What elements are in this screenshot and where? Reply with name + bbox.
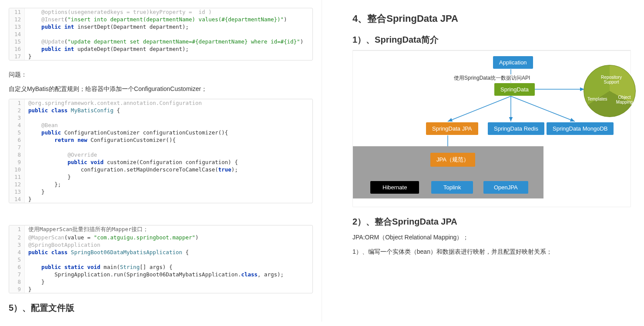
springdata-diagram: 使用SpringData统一数据访问API Application Spring… bbox=[353, 53, 631, 201]
right-column: 4、整合SpringData JPA 1）、SpringData简介 使用Spr… bbox=[322, 0, 644, 322]
node-springdata: SpringData bbox=[494, 83, 535, 96]
code-block-1: 11 @options(usegeneratedkeys = true)keyP… bbox=[9, 8, 313, 60]
svg-line-1 bbox=[448, 96, 511, 121]
node-application: Application bbox=[493, 56, 533, 69]
node-springdata-mongo: SpringData MongoDB bbox=[547, 122, 614, 135]
code-block-2: 1@org.springframework.context.annotation… bbox=[9, 99, 313, 203]
pie-label-mapping: Object Mapping bbox=[615, 95, 634, 104]
diagram-label-api: 使用SpringData统一数据访问API bbox=[453, 74, 531, 82]
node-springdata-redis: SpringData Redis bbox=[488, 122, 544, 135]
node-springdata-jpa: SpringData JPA bbox=[426, 122, 478, 135]
code-block-3: 1使用MapperScan批量扫描所有的Mapper接口；2@MapperSca… bbox=[9, 225, 313, 293]
heading-springdata-intro: 1）、SpringData简介 bbox=[352, 34, 631, 46]
paragraph-orm: JPA:ORM（Object Relational Mapping）； bbox=[352, 232, 631, 243]
paragraph-step1: 1）、编写一个实体类（bean）和数据表进行映射，并且配置好映射关系； bbox=[352, 246, 631, 257]
heading-integrate-jpa: 2）、整合SpringData JPA bbox=[352, 216, 631, 228]
node-jpa-spec: JPA（规范） bbox=[430, 153, 475, 167]
pie-label-templates: Templates bbox=[587, 97, 607, 101]
paragraph-custom: 自定义MyBatis的配置规则；给容器中添加一个ConfigurationCus… bbox=[9, 84, 313, 94]
node-hibernate: Hibernate bbox=[370, 181, 419, 194]
paragraph-problem: 问题： bbox=[9, 69, 313, 80]
svg-line-3 bbox=[511, 96, 575, 121]
heading-4-jpa: 4、整合SpringData JPA bbox=[352, 12, 631, 25]
heading-5-config: 5）、配置文件版 bbox=[9, 302, 313, 314]
node-openjpa: OpenJPA bbox=[483, 181, 528, 194]
pie-label-repo: Repository Support bbox=[600, 75, 622, 84]
node-toplink: Toplink bbox=[431, 181, 473, 194]
pie-repository: Repository Support Templates Object Mapp… bbox=[584, 65, 636, 117]
left-column: 11 @options(usegeneratedkeys = true)keyP… bbox=[0, 0, 322, 322]
diagram-frame: 使用SpringData统一数据访问API Application Spring… bbox=[352, 50, 631, 207]
